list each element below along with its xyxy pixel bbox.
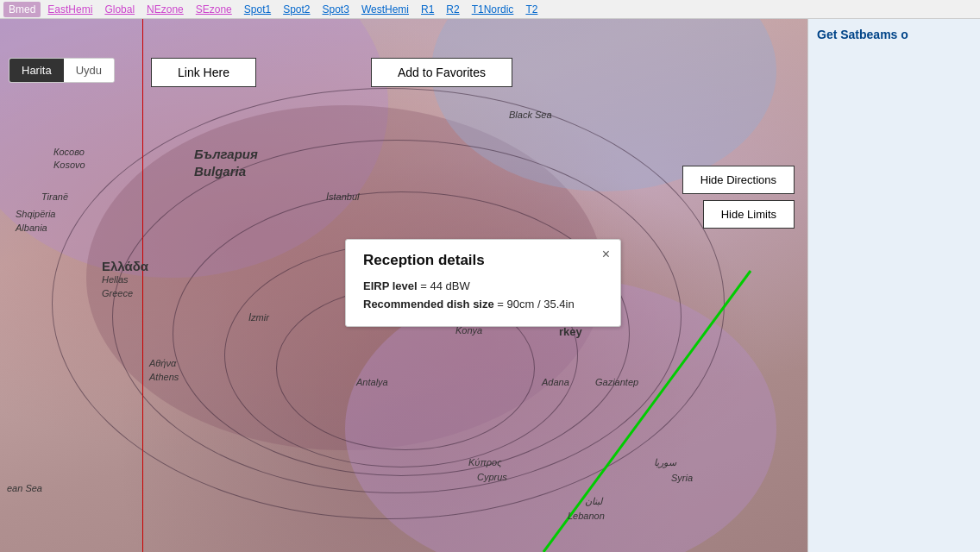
nav-item-r1[interactable]: R1: [416, 2, 439, 17]
tab-uydu[interactable]: Uydu: [64, 59, 114, 82]
popup-title: Reception details: [363, 252, 603, 269]
nav-item-westhemi[interactable]: WestHemi: [356, 2, 414, 17]
nav-item-r2[interactable]: R2: [441, 2, 464, 17]
eirp-value: 44 dBW: [430, 279, 469, 292]
nav-item-easthemi[interactable]: EastHemi: [42, 2, 97, 17]
map-line-red: [142, 19, 143, 552]
eirp-line: EIRP level = 44 dBW: [363, 278, 603, 296]
nav-item-t2[interactable]: T2: [520, 2, 543, 17]
dish-label: Recommended dish size: [363, 298, 494, 310]
nav-item-nezone[interactable]: NEzone: [141, 2, 189, 17]
top-nav-bar: Bmed EastHemi Global NEzone SEzone Spot1…: [0, 0, 980, 19]
nav-item-spot2[interactable]: Spot2: [278, 2, 315, 17]
dish-line: Recommended dish size = 90cm / 35.4in: [363, 296, 603, 314]
main-area: Black Sea Косово Kosovo България Bulgari…: [0, 19, 980, 552]
nav-item-spot1[interactable]: Spot1: [239, 2, 276, 17]
popup-close-button[interactable]: ×: [602, 247, 610, 262]
add-favorites-button[interactable]: Add to Favorites: [371, 58, 512, 87]
sidebar-title: Get Satbeams o: [817, 28, 971, 41]
eirp-equals: =: [420, 279, 430, 292]
map-container[interactable]: Black Sea Косово Kosovo България Bulgari…: [0, 19, 807, 552]
reception-popup: Reception details × EIRP level = 44 dBW …: [345, 239, 621, 327]
hide-limits-button[interactable]: Hide Limits: [703, 200, 795, 229]
dish-value: 90cm / 35.4in: [507, 298, 575, 310]
nav-item-global[interactable]: Global: [99, 2, 140, 17]
nav-item-t1nordic[interactable]: T1Nordic: [467, 2, 519, 17]
map-tabs: Harita Uydu: [9, 58, 115, 83]
link-here-button[interactable]: Link Here: [151, 58, 256, 87]
nav-item-spot3[interactable]: Spot3: [317, 2, 355, 17]
tab-harita[interactable]: Harita: [9, 59, 64, 82]
nav-item-sezone[interactable]: SEzone: [191, 2, 237, 17]
dish-equals: =: [497, 298, 506, 310]
eirp-label: EIRP level: [363, 279, 418, 292]
nav-item-bmed[interactable]: Bmed: [3, 2, 41, 17]
hide-directions-button[interactable]: Hide Directions: [682, 166, 795, 194]
right-sidebar: Get Satbeams o: [807, 19, 980, 552]
